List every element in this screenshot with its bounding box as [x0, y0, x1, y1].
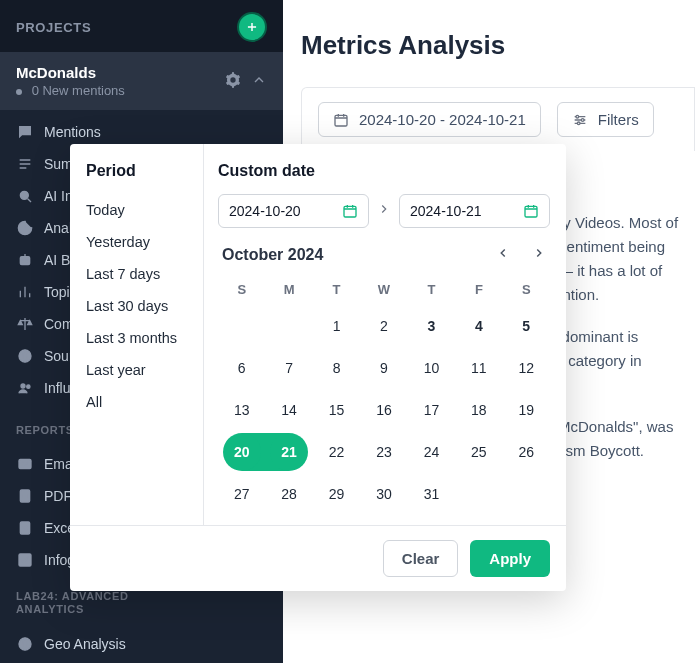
- calendar-cell-13[interactable]: 13: [218, 389, 265, 431]
- period-preset-yesterday[interactable]: Yesterday: [86, 226, 199, 258]
- plus-icon: [245, 20, 259, 34]
- calendar-cell-18[interactable]: 18: [455, 389, 502, 431]
- calendar-cell-25[interactable]: 25: [455, 431, 502, 473]
- start-date-field[interactable]: 2024-10-20: [218, 194, 369, 228]
- projects-heading: PROJECTS: [16, 20, 91, 35]
- calendar-day-15: 15: [318, 391, 356, 429]
- calendar-cell-29[interactable]: 29: [313, 473, 360, 515]
- calendar-cell-30[interactable]: 30: [360, 473, 407, 515]
- calendar-cell-3[interactable]: 3: [408, 305, 455, 347]
- filters-label: Filters: [598, 111, 639, 128]
- custom-date-panel: Custom date 2024-10-20 2024-10-21 Octobe…: [204, 144, 566, 525]
- calendar-grid: SMTWTFS123456789101112131415161718192021…: [218, 274, 550, 515]
- calendar-cell-20[interactable]: 20: [218, 431, 265, 473]
- calendar-cell-11[interactable]: 11: [455, 347, 502, 389]
- calendar-cell-14[interactable]: 14: [265, 389, 312, 431]
- calendar-cell-31[interactable]: 31: [408, 473, 455, 515]
- calendar-cell-26[interactable]: 26: [503, 431, 550, 473]
- gear-icon: [225, 72, 241, 88]
- lab-item-0[interactable]: Geo Analysis: [0, 628, 283, 660]
- globe-icon: [16, 347, 34, 365]
- clear-button[interactable]: Clear: [383, 540, 459, 577]
- month-title: October 2024: [222, 246, 323, 264]
- apply-button[interactable]: Apply: [470, 540, 550, 577]
- next-month-button[interactable]: [532, 246, 546, 264]
- add-project-button[interactable]: [237, 12, 267, 42]
- filters-button[interactable]: Filters: [557, 102, 654, 137]
- period-preset-last-year[interactable]: Last year: [86, 354, 199, 386]
- calendar-dow: T: [408, 274, 455, 305]
- calendar-cell-9[interactable]: 9: [360, 347, 407, 389]
- calendar-dow: S: [503, 274, 550, 305]
- project-row[interactable]: McDonalds 0 New mentions: [0, 52, 283, 110]
- calendar-day-10: 10: [412, 349, 450, 387]
- end-date-field[interactable]: 2024-10-21: [399, 194, 550, 228]
- calendar-day-27: 27: [223, 475, 261, 513]
- calendar-cell-15[interactable]: 15: [313, 389, 360, 431]
- period-preset-all[interactable]: All: [86, 386, 199, 418]
- calendar-cell-4[interactable]: 4: [455, 305, 502, 347]
- calendar-cell-6[interactable]: 6: [218, 347, 265, 389]
- calendar-day-22: 22: [318, 433, 356, 471]
- calendar-cell-7[interactable]: 7: [265, 347, 312, 389]
- users-icon: [17, 380, 33, 396]
- svg-point-6: [27, 385, 30, 388]
- calendar-cell-17[interactable]: 17: [408, 389, 455, 431]
- calendar-cell-5[interactable]: 5: [503, 305, 550, 347]
- calendar-day-5: 5: [507, 307, 545, 345]
- project-collapse-button[interactable]: [251, 72, 267, 91]
- calendar-cell-22[interactable]: 22: [313, 431, 360, 473]
- calendar-cell-10[interactable]: 10: [408, 347, 455, 389]
- calendar-day-13: 13: [223, 391, 261, 429]
- calendar-cell-2[interactable]: 2: [360, 305, 407, 347]
- calendar-cell-12[interactable]: 12: [503, 347, 550, 389]
- chevron-right-icon: [532, 246, 546, 260]
- period-preset-today[interactable]: Today: [86, 194, 199, 226]
- chevron-left-icon: [496, 246, 510, 260]
- calendar-cell-1[interactable]: 1: [313, 305, 360, 347]
- period-preset-last-3-months[interactable]: Last 3 months: [86, 322, 199, 354]
- search-icon: [16, 187, 34, 205]
- excel-icon: [17, 520, 33, 536]
- calendar-cell-23[interactable]: 23: [360, 431, 407, 473]
- calendar-cell-28[interactable]: 28: [265, 473, 312, 515]
- project-meta: McDonalds 0 New mentions: [16, 64, 125, 98]
- calendar-cell-27[interactable]: 27: [218, 473, 265, 515]
- nav-label-0: Mentions: [44, 124, 101, 140]
- calendar-day-25: 25: [460, 433, 498, 471]
- calendar-day-16: 16: [365, 391, 403, 429]
- project-subtitle: 0 New mentions: [16, 83, 125, 98]
- calendar-cell-21[interactable]: 21: [265, 431, 312, 473]
- chart-icon: [17, 552, 33, 568]
- excel-icon: [16, 519, 34, 537]
- calendar-cell-19[interactable]: 19: [503, 389, 550, 431]
- calendar-day-7: 7: [270, 349, 308, 387]
- date-range-chip[interactable]: 2024-10-20 - 2024-10-21: [318, 102, 541, 137]
- calendar-cell-16[interactable]: 16: [360, 389, 407, 431]
- custom-date-heading: Custom date: [218, 162, 550, 180]
- period-preset-last-30-days[interactable]: Last 30 days: [86, 290, 199, 322]
- project-settings-button[interactable]: [225, 72, 241, 91]
- month-nav: [496, 246, 546, 264]
- search-icon: [17, 188, 33, 204]
- calendar-day-14: 14: [270, 391, 308, 429]
- calendar-day-6: 6: [223, 349, 261, 387]
- svg-rect-8: [20, 490, 29, 502]
- period-preset-last-7-days[interactable]: Last 7 days: [86, 258, 199, 290]
- svg-point-14: [581, 118, 584, 121]
- calendar-day-8: 8: [318, 349, 356, 387]
- calendar-day-21: 21: [270, 433, 308, 471]
- calendar-day-3: 3: [412, 307, 450, 345]
- svg-rect-17: [525, 206, 537, 217]
- svg-point-3: [26, 260, 28, 262]
- calendar-day-17: 17: [412, 391, 450, 429]
- globe-icon: [16, 635, 34, 653]
- calendar-empty: [265, 305, 312, 347]
- comment-icon: [16, 123, 34, 141]
- svg-point-13: [576, 115, 579, 118]
- calendar-cell-24[interactable]: 24: [408, 431, 455, 473]
- calendar-cell-8[interactable]: 8: [313, 347, 360, 389]
- calendar-day-30: 30: [365, 475, 403, 513]
- svg-point-15: [577, 122, 580, 125]
- prev-month-button[interactable]: [496, 246, 510, 264]
